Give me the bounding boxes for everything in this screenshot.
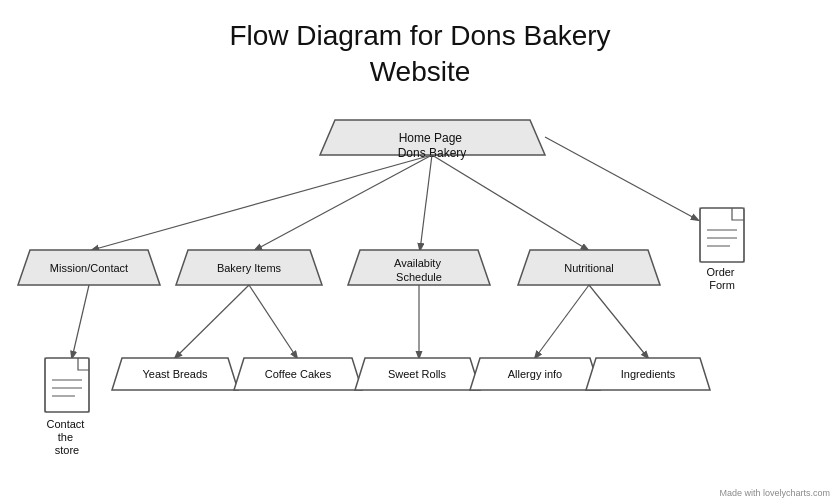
arrow-nutri-ingr	[589, 285, 648, 358]
mission-label: Mission/Contact	[50, 262, 128, 274]
allergy-label: Allergy info	[508, 368, 562, 380]
footer-text: Made with lovelycharts.com	[719, 488, 830, 498]
arrow-nutri-allergy	[535, 285, 589, 358]
arrow-home-avail	[420, 155, 432, 250]
arrow-bakery-coffee	[249, 285, 297, 358]
title-line1: Flow Diagram for Dons Bakery	[229, 20, 610, 51]
nutritional-label: Nutritional	[564, 262, 614, 274]
yeast-label: Yeast Breads	[142, 368, 208, 380]
flow-diagram: Home Page Dons Bakery Order Form Mission…	[0, 90, 840, 490]
page: Flow Diagram for Dons Bakery Website Hom…	[0, 0, 840, 504]
arrow-home-bakery	[255, 155, 432, 250]
order-form-label: Order Form	[706, 266, 737, 291]
arrow-home-mission	[92, 155, 432, 250]
arrow-home-order	[545, 137, 698, 220]
order-form-node	[700, 208, 744, 262]
coffee-label: Coffee Cakes	[265, 368, 332, 380]
sweet-label: Sweet Rolls	[388, 368, 447, 380]
arrow-mission-contact	[72, 285, 89, 358]
arrow-home-nutri	[432, 155, 588, 250]
title-line2: Website	[370, 56, 471, 87]
contact-store-node	[45, 358, 89, 412]
page-title: Flow Diagram for Dons Bakery Website	[0, 0, 840, 91]
footer: Made with lovelycharts.com	[719, 488, 830, 498]
ingredients-label: Ingredients	[621, 368, 676, 380]
arrow-bakery-yeast	[175, 285, 249, 358]
contact-store-label: Contact the store	[47, 418, 88, 456]
bakery-label: Bakery Items	[217, 262, 282, 274]
